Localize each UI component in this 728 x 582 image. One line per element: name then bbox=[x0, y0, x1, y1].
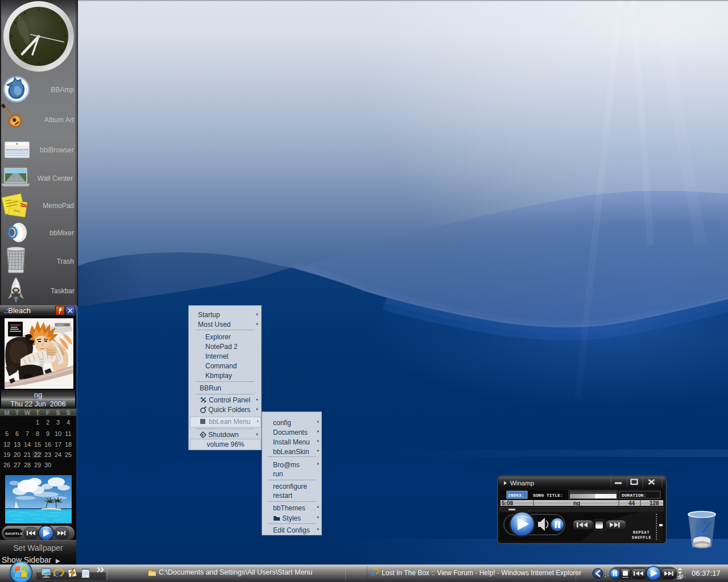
svg-text:ng: ng bbox=[573, 500, 580, 506]
svg-text:REPEAT: REPEAT bbox=[633, 531, 650, 535]
svg-text:SHUFFLE: SHUFFLE bbox=[5, 531, 23, 535]
svg-text:INDEX:: INDEX: bbox=[508, 493, 524, 498]
svg-text:SHUFFLE: SHUFFLE bbox=[632, 536, 651, 540]
svg-text:SONG TITLE:: SONG TITLE: bbox=[533, 493, 563, 498]
svg-text:44: 44 bbox=[628, 500, 635, 506]
svg-text:DURATION:: DURATION: bbox=[622, 493, 646, 498]
svg-text:128: 128 bbox=[650, 500, 659, 506]
svg-text:5:08: 5:08 bbox=[502, 500, 513, 506]
svg-text:BLEACH: BLEACH bbox=[56, 324, 65, 326]
svg-text:Winamp: Winamp bbox=[510, 480, 534, 487]
